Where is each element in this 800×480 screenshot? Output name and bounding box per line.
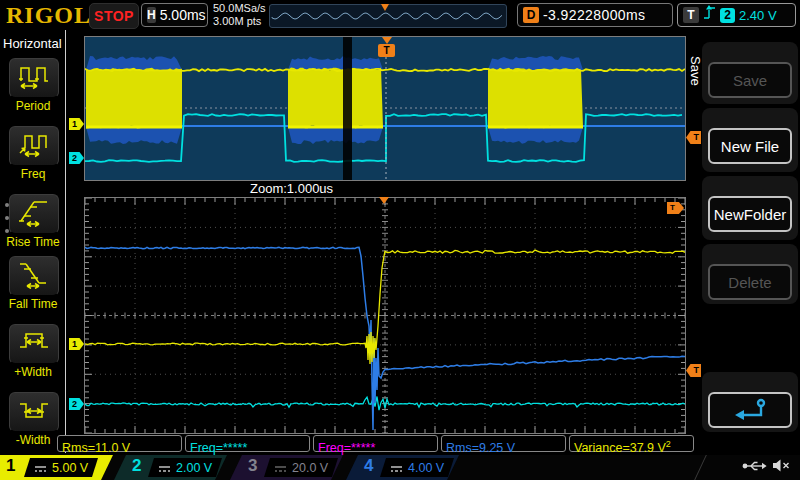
measurement-text: Freq=***** — [318, 441, 375, 455]
channel-2-status-cell[interactable]: 22.00 V — [114, 455, 227, 480]
channel-1-tag-main: 1 — [69, 118, 84, 130]
right-menu-tab-save: Save — [688, 56, 703, 86]
measurement-box-1: Rms=11.0 V — [57, 435, 182, 452]
soft-button-slot: New File — [702, 108, 798, 172]
soft-button-slot: Save — [702, 42, 798, 104]
channel-number: 3 — [248, 456, 257, 476]
zoom-waveform-view — [84, 197, 686, 434]
soft-button-slot — [702, 372, 798, 432]
trigger-level-value: 2.40 V — [739, 8, 777, 23]
trigger-position-flag-icon: T — [378, 44, 395, 57]
run-state-label: STOP — [94, 8, 134, 24]
measurement-sup: 2 — [666, 439, 671, 449]
minus-width-icon — [17, 395, 51, 429]
measurement-text: Freq=***** — [190, 441, 247, 455]
soft-button-slot: NewFolder — [702, 176, 798, 240]
menu-item-rise-time[interactable] — [9, 194, 59, 234]
measurement-box-2: Freq=***** — [185, 435, 310, 452]
oscilloscope-screen: RIGOL STOP H 5.00ms 50.0MSa/s 3.00M pts … — [0, 0, 800, 480]
run-state-stop-button[interactable]: STOP — [89, 3, 139, 29]
measurement-box-3: Freq=***** — [313, 435, 438, 452]
channel-2-tag-zoom: 2 — [69, 398, 84, 410]
soft-button-slot: Delete — [702, 244, 798, 304]
page-indicator-dot — [5, 203, 9, 207]
delay-d-icon: D — [523, 7, 539, 23]
menu-item-freq[interactable] — [9, 126, 59, 166]
plus-width-icon — [17, 327, 51, 361]
save-button[interactable]: Save — [708, 62, 792, 98]
timebase-value: 5.00ms — [160, 7, 206, 23]
timebase-display: H 5.00ms — [141, 3, 208, 27]
channel-status-bar: 15.00 V22.00 V320.0 V44.00 V — [0, 455, 800, 480]
fall-time-icon — [17, 259, 51, 293]
channel-scale-value: 2.00 V — [176, 461, 212, 475]
menu-item-label: Period — [0, 99, 66, 113]
delay-display: D -3.92228000ms — [517, 3, 673, 27]
menu-item-label: Freq — [0, 167, 66, 181]
main-waveform-view — [84, 36, 686, 181]
channel-number: 1 — [6, 456, 15, 476]
channel-number: 2 — [132, 456, 141, 476]
coupling-dc-icon — [158, 459, 171, 477]
page-indicator-dot — [5, 229, 9, 233]
new-file-button[interactable]: New File — [708, 128, 792, 164]
trigger-t-icon: T — [683, 7, 699, 23]
menu-item--width[interactable] — [9, 392, 59, 432]
channel-2-tag-main: 2 — [69, 152, 84, 164]
menu-item-label: Fall Time — [0, 297, 66, 311]
coupling-dc-icon — [390, 459, 403, 477]
delay-value: -3.92228000ms — [543, 7, 646, 23]
trigger-source-badge: 2 — [720, 8, 735, 23]
zoom-scale-label: Zoom:1.000us — [250, 181, 333, 196]
measurement-box-4: Rms=9.25 V — [441, 435, 566, 452]
memory-depth: 3.00M pts — [213, 15, 266, 28]
trigger-level-marker-icon-main: T — [686, 131, 701, 144]
channel-number: 4 — [364, 456, 373, 476]
acquisition-info: 50.0MSa/s 3.00M pts — [213, 2, 266, 28]
zoom-trigger-position-arrow-icon — [379, 197, 389, 204]
channel-scale-value: 20.0 V — [292, 461, 328, 475]
return-arrow-icon — [728, 396, 772, 425]
trigger-level-marker-icon-zoom: T — [686, 364, 701, 377]
page-indicator-dot — [5, 216, 9, 220]
channel-scale-value: 4.00 V — [408, 461, 444, 475]
trigger-status-display: T 2 2.40 V — [677, 3, 796, 27]
channel-scale-value: 5.00 V — [52, 461, 88, 475]
rise-time-icon — [17, 197, 51, 231]
measurement-text: Variance=37.9 V — [574, 441, 666, 455]
channel-1-status-cell[interactable]: 15.00 V — [0, 455, 113, 480]
delete-button[interactable]: Delete — [708, 264, 792, 300]
coupling-dc-icon — [34, 459, 47, 477]
period-icon — [17, 61, 51, 95]
usb-icon — [742, 459, 768, 477]
rigol-logo: RIGOL — [6, 2, 91, 29]
measurement-box-5: Variance=37.9 V2 — [569, 435, 694, 452]
channel-4-status-cell[interactable]: 44.00 V — [346, 455, 459, 480]
preview-trigger-marker-icon — [381, 4, 389, 11]
timebase-h-icon: H — [147, 7, 156, 23]
left-menu-title: Horizontal — [3, 36, 62, 51]
sample-rate: 50.0MSa/s — [213, 2, 266, 15]
coupling-dc-icon — [274, 459, 287, 477]
new-folder-button[interactable]: NewFolder — [708, 196, 792, 232]
channel-1-tag-zoom: 1 — [69, 338, 84, 350]
menu-item-label: +Width — [0, 365, 66, 379]
measurement-text: Rms=11.0 V — [62, 441, 130, 455]
trigger-edge-icon — [703, 5, 716, 25]
speaker-muted-icon — [772, 458, 790, 477]
trigger-position-arrow-icon — [382, 37, 392, 44]
measurement-text: Rms=9.25 V — [446, 441, 515, 455]
menu-item-period[interactable] — [9, 58, 59, 98]
menu-item--width[interactable] — [9, 324, 59, 364]
return-button[interactable] — [708, 392, 792, 428]
menu-item-label: Rise Time — [0, 235, 66, 249]
channel-3-status-cell[interactable]: 320.0 V — [230, 455, 343, 480]
freq-icon — [17, 129, 51, 163]
menu-item-fall-time[interactable] — [9, 256, 59, 296]
